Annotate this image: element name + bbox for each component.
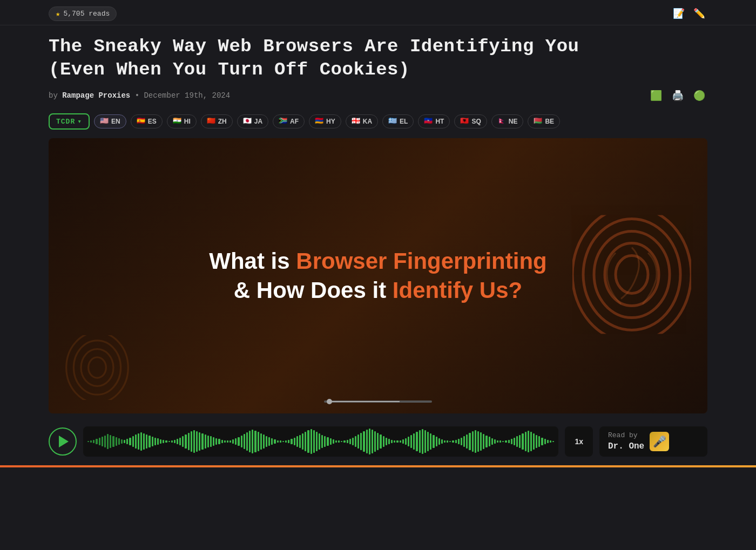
- waveform-bar: [461, 438, 462, 445]
- waveform-bar: [274, 439, 275, 444]
- waveform-bar: [182, 436, 184, 447]
- fingerprint-art: [572, 215, 691, 337]
- waveform-bar: [126, 439, 128, 444]
- share-icon-button[interactable]: 🟢: [691, 87, 707, 104]
- waveform-bar: [430, 433, 431, 450]
- video-line1-white: What is: [209, 248, 296, 274]
- waveform-bar: [433, 435, 434, 448]
- article-meta: by Rampage Proxies • December 19th, 2024…: [49, 87, 707, 104]
- edit-icon-button[interactable]: 📝: [671, 5, 687, 22]
- lang-btn-ka[interactable]: 🇬🇪 KA: [346, 114, 378, 128]
- svg-point-8: [66, 335, 129, 400]
- author-name[interactable]: Rampage Proxies: [62, 91, 130, 100]
- waveform-bar: [394, 440, 395, 443]
- waveform-bar: [299, 435, 301, 448]
- star-icon: ★: [56, 9, 60, 18]
- waveform-bar: [260, 433, 262, 450]
- waveform-bar: [338, 440, 340, 442]
- waveform-bar: [196, 431, 198, 452]
- lang-btn-zh[interactable]: 🇨🇳 ZH: [201, 114, 233, 128]
- flag-zh: 🇨🇳: [207, 117, 215, 126]
- waveform-container[interactable]: [83, 426, 558, 457]
- top-icons: 📝 ✏️: [671, 5, 707, 22]
- lang-btn-be[interactable]: 🇧🇾 BE: [528, 114, 560, 128]
- waveform-bar: [533, 433, 535, 450]
- waveform-bar: [458, 439, 460, 444]
- translate-icon-button[interactable]: 🟩: [648, 87, 664, 104]
- waveform-bar: [124, 440, 125, 443]
- lang-btn-ne[interactable]: 🇳🇵 NE: [491, 114, 524, 128]
- waveform-bar: [99, 438, 100, 445]
- waveform-bar: [246, 432, 248, 451]
- lang-code-hi: HI: [184, 118, 191, 125]
- waveform-bar: [268, 437, 270, 446]
- waveform-bar: [327, 437, 328, 446]
- svg-point-5: [89, 357, 106, 378]
- waveform-bar: [383, 436, 384, 447]
- article-title: The Sneaky Way Web Browsers Are Identify…: [49, 35, 643, 81]
- waveform-bar: [215, 438, 217, 445]
- lang-btn-es[interactable]: 🇪🇸 ES: [131, 114, 163, 128]
- video-progress-line: [329, 401, 400, 402]
- waveform-bar: [310, 429, 312, 454]
- lang-btn-ht[interactable]: 🇭🇹 HT: [418, 114, 450, 128]
- lang-btn-ja[interactable]: 🇯🇵 JA: [237, 114, 268, 128]
- svg-point-3: [583, 219, 680, 330]
- tdr-label: TCDR: [56, 118, 75, 126]
- waveform-bar: [341, 441, 342, 442]
- waveform-bar: [422, 429, 423, 454]
- waveform-bar: [121, 439, 123, 444]
- waveform-bar: [347, 440, 348, 443]
- lang-btn-hy[interactable]: 🇦🇲 HY: [309, 114, 341, 128]
- waveform-bar: [514, 438, 515, 445]
- waveform-bar: [258, 432, 259, 451]
- video-text-overlay: What is Browser Fingerprinting & How Doe…: [198, 237, 557, 314]
- article-header: The Sneaky Way Web Browsers Are Identify…: [0, 25, 756, 108]
- waveform-bar: [249, 431, 251, 452]
- waveform-bar: [302, 433, 303, 450]
- video-thumbnail[interactable]: What is Browser Fingerprinting & How Doe…: [49, 138, 707, 413]
- waveform-bar: [241, 436, 242, 448]
- tdr-button[interactable]: TCDR ▾: [49, 113, 90, 130]
- lang-code-ka: KA: [363, 118, 372, 125]
- waveform-bar: [536, 435, 537, 448]
- flag-ja: 🇯🇵: [243, 117, 252, 126]
- flag-sq: 🇦🇱: [460, 117, 469, 126]
- speed-button[interactable]: 1x: [565, 426, 593, 457]
- tdr-arrow: ▾: [77, 117, 82, 126]
- waveform-bar: [154, 438, 156, 445]
- waveform-bar: [171, 440, 173, 443]
- waveform-bar: [168, 441, 170, 442]
- waveform-bar: [438, 438, 440, 445]
- waveform-bar: [271, 438, 273, 445]
- lang-btn-sq[interactable]: 🇦🇱 SQ: [454, 114, 487, 128]
- waveform-bar: [213, 437, 214, 446]
- lang-btn-el[interactable]: 🇬🇷 EL: [382, 114, 414, 128]
- print-icon-button[interactable]: 🖨️: [670, 87, 686, 104]
- waveform-bar: [179, 438, 181, 445]
- pencil-icon-button[interactable]: ✏️: [691, 5, 707, 22]
- lang-code-ja: JA: [254, 118, 262, 125]
- waveform-bar: [135, 434, 137, 448]
- waveform-bar: [148, 436, 150, 448]
- publish-date: December 19th, 2024: [144, 91, 230, 100]
- waveform-bar: [410, 435, 412, 448]
- play-button[interactable]: [49, 427, 77, 456]
- waveform-bar: [227, 440, 228, 442]
- waveform-bar: [511, 439, 512, 444]
- lang-btn-en[interactable]: 🇺🇸 EN: [94, 114, 126, 128]
- waveform-bar: [400, 440, 401, 443]
- lang-btn-hi[interactable]: 🇮🇳 HI: [167, 114, 197, 128]
- waveform-bar: [324, 436, 326, 447]
- waveform-bar: [116, 437, 117, 446]
- video-progress-bar[interactable]: [324, 400, 432, 403]
- waveform-bar: [185, 434, 186, 448]
- lang-code-af: AF: [290, 118, 299, 125]
- lang-btn-af[interactable]: 🇿🇦 AF: [273, 114, 305, 128]
- video-line2: & How Does it Identify Us?: [209, 277, 546, 303]
- waveform-bar: [110, 435, 111, 448]
- waveform-bar: [505, 440, 507, 443]
- waveform-bar: [349, 439, 351, 444]
- waveform-bar: [500, 440, 501, 442]
- waveform-bar: [291, 439, 292, 444]
